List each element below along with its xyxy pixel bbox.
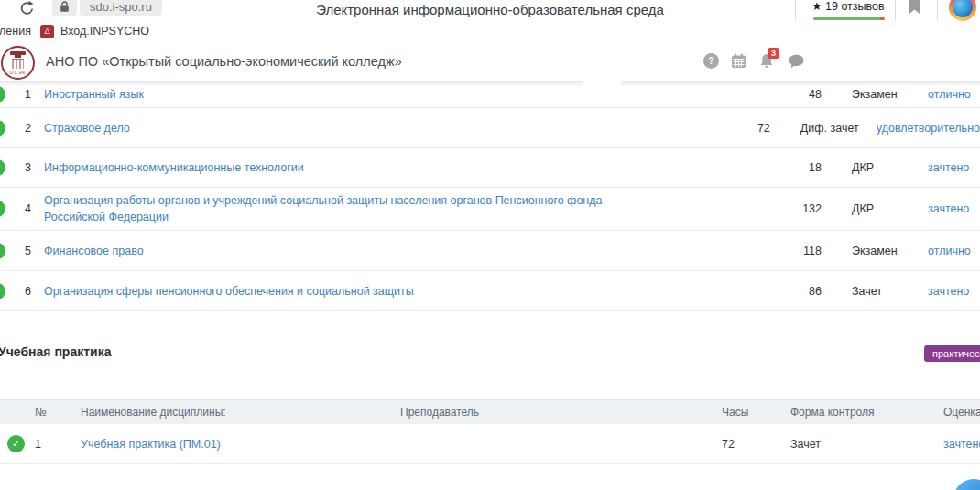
status-check-icon: ✓ [0,243,16,259]
practice-badge: практическое [924,345,980,362]
section-title: Учебная практика [0,344,111,359]
control-form-value: ДКР [852,161,928,174]
column-header-num: № [27,406,73,419]
hours-value: 48 [776,88,822,101]
row-number: 3 [16,161,44,174]
calendar-icon[interactable] [731,53,746,72]
reviews-rating-bar [813,17,885,20]
practice-table: № Наименование дисциплины: Преподаватель… [0,399,980,464]
column-header-name: Наименование дисциплины: [73,406,393,419]
toolbar-divider [937,0,938,20]
table-row: ✓ 4 Организация работы органов и учрежде… [0,188,980,231]
hours-value: 132 [776,202,822,215]
course-link[interactable]: Иностранный язык [44,88,144,101]
grade-link[interactable]: отлично [928,88,971,101]
course-link[interactable]: Организация сферы пенсионного обеспечени… [44,285,414,298]
grade-link[interactable]: зачтено [928,161,969,174]
logo-cap-base [15,55,21,58]
hours-value: 86 [776,285,822,298]
course-link[interactable]: Информационно-коммуникационные технологи… [44,161,304,174]
site-header: ОСЭК АНО ПО «Открытый социально-экономич… [0,42,980,81]
row-number: 1 [16,88,44,101]
row-number: 6 [16,285,44,298]
course-link[interactable]: Страховое дело [44,122,130,135]
control-form-value: Экзамен [852,88,928,101]
control-form-value: Зачет [852,285,928,298]
course-link[interactable]: Учебная практика (ПМ.01) [81,438,221,451]
column-header-grade: Оценка [943,406,980,419]
column-header-teacher: Преподаватель [393,406,722,419]
status-check-icon: ✓ [0,435,27,452]
notifications-count-badge: 3 [768,48,779,59]
avatar-image [953,0,973,17]
header-shadow-notch [583,81,621,87]
status-check-icon: ✓ [0,201,16,217]
status-check-icon: ✓ [0,86,16,103]
profile-avatar[interactable] [949,0,976,21]
grade-link[interactable]: зачтено [943,438,980,451]
hours-value: 18 [776,161,822,174]
toolbar-divider [895,0,896,20]
star-icon: ★ [811,0,822,13]
inpsycho-favicon[interactable]: Δ [40,25,54,38]
toolbar-divider [795,0,796,20]
floating-chat-button[interactable] [953,479,980,490]
grade-link[interactable]: удовлетворительно [877,122,980,135]
browser-toolbar: sdo.i-spo.ru Электронная информационно-о… [0,0,980,22]
table-row: ✓ 1 Учебная практика (ПМ.01) 72 Зачет за… [0,424,980,464]
logo-text: ОСЭК [3,70,33,75]
hours-value: 72 [724,122,770,135]
header-shadow [0,81,980,87]
course-link[interactable]: Организация работы органов и учреждений … [44,192,648,225]
course-link[interactable]: Финансовое право [44,245,144,257]
bookmark-item-partial[interactable]: ления [0,25,31,38]
reviews-button[interactable]: ★ 19 отзывов [802,0,894,13]
logo-building [12,59,24,69]
row-number: 1 [27,438,73,451]
screen: sdo.i-spo.ru Электронная информационно-о… [0,0,980,490]
control-form-value: Диф. зачет [800,122,877,135]
table-row: ✓ 2 Страховое дело 72 Диф. зачет удовлет… [0,108,980,148]
status-check-icon: ✓ [0,159,16,176]
control-form-value: Экзамен [852,245,928,257]
grade-link[interactable]: зачтено [928,202,969,215]
status-check-icon: ✓ [0,283,16,299]
table-row: ✓ 5 Финансовое право 118 Экзамен отлично [0,231,980,271]
row-number: 2 [16,122,44,135]
table-row: ✓ 3 Информационно-коммуникационные техно… [0,148,980,188]
chat-icon[interactable] [788,54,805,72]
reviews-label: 19 отзывов [825,0,885,13]
bookmark-icon[interactable] [909,0,920,18]
hours-value: 72 [722,438,790,451]
grade-link[interactable]: зачтено [928,285,969,298]
table-row: ✓ 6 Организация сферы пенсионного обеспе… [0,271,980,311]
help-icon[interactable]: ? [703,53,719,69]
row-number: 5 [16,245,44,257]
column-header-control: Форма контроля [790,406,943,419]
row-number: 4 [16,202,44,215]
practice-table-header: № Наименование дисциплины: Преподаватель… [0,399,980,424]
grades-table: ✓ 1 Иностранный язык 48 Экзамен отлично … [0,81,980,311]
bookmarks-bar: ления Δ Вход.INPSYCHO [0,22,980,42]
college-name: АНО ПО «Открытый социально-экономический… [46,42,402,81]
hours-value: 118 [776,245,822,257]
bookmark-item-inpsycho[interactable]: Вход.INPSYCHO [60,25,149,38]
column-header-hours: Часы [722,406,790,419]
status-check-icon: ✓ [0,120,16,136]
college-logo[interactable]: ОСЭК [1,46,35,80]
control-form-value: Зачет [790,438,943,451]
control-form-value: ДКР [852,202,928,215]
grade-link[interactable]: отлично [928,245,971,257]
